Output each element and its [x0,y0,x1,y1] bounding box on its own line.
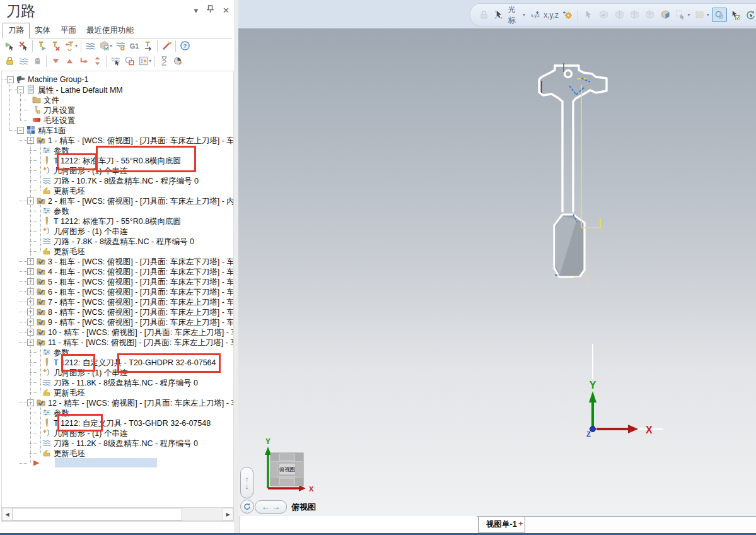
scrollbar-thumb[interactable] [12,508,182,520]
cursor-dropdown-icon[interactable]: ▾ [523,12,525,18]
collapse-icon[interactable]: − [7,76,14,83]
verify-icon[interactable] [97,39,111,52]
select-associated-icon[interactable] [108,54,122,68]
select-toolpath-icon[interactable] [35,39,49,52]
horizontal-scrollbar[interactable]: ◀ ▶ [1,507,234,521]
tree-item[interactable]: 参数 [2,206,233,216]
tree-item[interactable]: T 1212: 标准车刀 - 55°R0.8横向底圆 [2,216,233,226]
tree-item[interactable]: 几何图形 - (1) 个串连 [2,428,233,438]
machine-sim-icon[interactable] [157,54,171,68]
tree-item[interactable]: 更新毛坯 [2,246,233,256]
delete-toolpath-icon[interactable] [49,39,62,52]
tree-item[interactable]: −Machine Group-1 [2,74,233,85]
tree-item[interactable]: 几何图形 - (1) 个串连 [2,226,233,236]
tree-item[interactable]: +8 - 精车 - [WCS: 俯视图] - [刀具面: 车床左上刀塔] - 车 [2,307,233,317]
rotate-view-button[interactable] [240,500,254,514]
tree-item[interactable]: +7 - 精车 - [WCS: 俯视图] - [刀具面: 车床左上刀塔] - 车 [2,297,233,307]
select-window-icon[interactable] [122,54,136,68]
scroll-right-icon[interactable]: ▶ [223,508,233,520]
sel-solid1-icon[interactable] [612,8,626,21]
add-sheet-button[interactable]: + [518,519,523,528]
sel-arrow-icon[interactable] [581,8,595,21]
sel-range-icon[interactable] [692,8,706,21]
pin-icon[interactable] [207,5,214,15]
current-view-label: 俯视图 [291,502,316,513]
sel-solid-face-icon[interactable] [658,8,672,21]
tree-item[interactable]: 毛坯设置 [2,115,233,125]
toolpath-display-icon[interactable] [16,54,30,68]
snap-toggle-icon[interactable] [712,8,727,22]
move-insert-icon[interactable] [76,54,90,68]
sel-solid3-icon[interactable] [643,8,657,21]
xyz-entry-icon[interactable]: x,y,z [528,8,542,21]
tree-item[interactable]: 更新毛坯 [2,448,233,458]
tab-最近使用功能[interactable]: 最近使用功能 [81,23,139,38]
tree-item[interactable]: +10 - 精车 - [WCS: 俯视图] - [刀具面: 车床左上刀塔] - … [2,327,233,337]
sel-window-dropdown-icon[interactable]: ▾ [687,12,690,18]
tree-item[interactable]: 刀具设置 [2,105,233,115]
close-icon[interactable]: ✕ [223,6,230,15]
sel-solid2-icon[interactable] [627,8,641,21]
regen-selected-icon[interactable] [83,39,97,52]
chevron-down-icon[interactable]: ▾ [194,6,199,15]
autocursor-settings-icon[interactable] [561,8,574,21]
regen-all-icon[interactable] [113,39,127,52]
insert-position-row[interactable] [2,458,233,468]
tool-manager-icon[interactable] [62,39,76,52]
tab-平面[interactable]: 平面 [55,23,81,38]
tree-item[interactable]: 更新毛坯 [2,387,233,397]
tree-item[interactable]: −12 - 精车 - [WCS: 俯视图] - [刀具面: 车床左上刀塔] - … [2,397,233,408]
tree-item-label: 文件 [44,95,59,105]
tree-item[interactable]: −精车1面 [2,125,233,135]
tab-刀路[interactable]: 刀路 [3,23,30,38]
tree-item[interactable]: +4 - 粗车 - [WCS: 俯视图] - [刀具面: 车床左下刀塔] - 车 [2,266,233,276]
tree-item[interactable]: +9 - 精车 - [WCS: 俯视图] - [刀具面: 车床左上刀塔] - 车 [2,317,233,327]
deselect-all-icon[interactable] [16,39,30,52]
backplot-g1-icon[interactable]: G1 [127,39,141,52]
post-icon[interactable] [141,39,155,52]
sel-range-dropdown-icon[interactable]: ▾ [707,12,709,18]
tree-connector [20,281,27,282]
tab-实体[interactable]: 实体 [30,23,55,38]
tree-item[interactable]: −属性 - Lathe Default MM [2,85,233,95]
report-icon[interactable] [171,54,185,68]
sel-refresh-icon[interactable] [743,8,756,21]
tree-item[interactable]: −1 - 精车 - [WCS: 俯视图] - [刀具面: 车床左上刀塔] - 车 [2,135,233,145]
tree-item[interactable]: T 1212: 自定义刀具 - T03-GHDR 32-6-07548 [2,418,233,428]
move-up-icon[interactable] [62,54,76,68]
scroll-left-icon[interactable]: ◀ [2,508,13,520]
tree-item[interactable]: 更新毛坯 [2,185,233,196]
viewport[interactable]: Y X Z Y X 俯视图 [238,28,756,516]
tree-item[interactable]: 刀路 - 11.8K - 8级盘精车.NC - 程序编号 0 [2,377,233,387]
tree-item[interactable]: 文件 [2,95,233,105]
tree-item[interactable]: 刀路 - 10.7K - 8级盘精车.NC - 程序编号 0 [2,175,233,185]
pan-vertical-control[interactable]: ↑↓ [240,467,253,498]
display-options-icon[interactable] [136,54,150,68]
ghost-icon[interactable] [30,54,44,68]
tree-item[interactable]: +3 - 粗车 - [WCS: 俯视图] - [刀具面: 车床左下刀塔] - 车 [2,256,233,266]
help-icon[interactable]: ? [178,39,192,52]
tree-item[interactable]: +6 - 粗车 - [WCS: 俯视图] - [刀具面: 车床左下刀塔] - 车 [2,286,233,297]
tree-item[interactable]: −2 - 粗车 - [WCS: 俯视图] - [刀具面: 车床左上刀塔] - 内 [2,196,233,206]
tree-connector [20,322,27,322]
opfolder-icon [37,287,45,296]
collapse-icon[interactable]: − [17,127,24,134]
move-down-icon[interactable] [49,54,62,68]
cursor-icon[interactable] [492,8,506,21]
lock-icon[interactable] [3,54,16,68]
analyze-wand-icon[interactable] [160,39,173,52]
tree-item[interactable]: +5 - 粗车 - [WCS: 俯视图] - [刀具面: 车床左下刀塔] - 车 [2,276,233,286]
select-all-icon[interactable] [3,39,16,52]
tree-guide-line [40,344,41,392]
pan-horizontal-control[interactable]: ←→ [255,500,287,514]
tree-item[interactable]: 刀路 - 7.8K - 8级盘精车.NC - 程序编号 0 [2,236,233,246]
sel-verify-icon[interactable] [597,8,611,21]
wcs-axis-gnomon: Y X Z [567,341,675,445]
sel-lock-icon[interactable] [477,8,491,21]
tree-item[interactable]: 刀路 - 11.2K - 8级盘精车.NC - 程序编号 0 [2,438,233,448]
move-updown-icon[interactable] [90,54,104,68]
tree-item[interactable]: −11 - 精车 - [WCS: 俯视图] - [刀具面: 车床左上刀塔] - … [2,337,233,347]
tree-item[interactable]: 参数 [2,408,233,418]
sel-window-icon[interactable] [673,8,687,21]
sel-validate-icon[interactable] [728,8,742,21]
